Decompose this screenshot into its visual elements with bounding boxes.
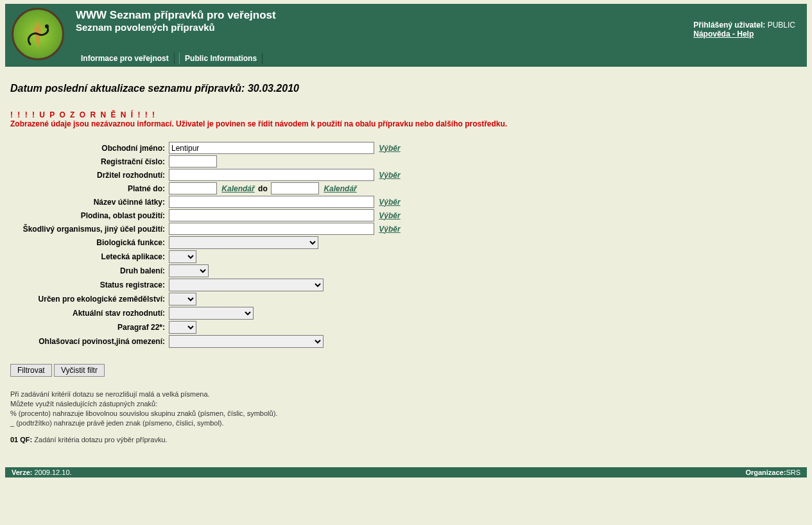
input-platne-do-to[interactable] <box>271 182 319 194</box>
label-skodlivy: Škodlivý organismus, jiný účel použití: <box>10 222 168 236</box>
nav-public-info-en[interactable]: Public Informations <box>179 53 263 64</box>
warning-text: Zobrazené údaje jsou nezávaznou informac… <box>10 119 802 128</box>
label-status: Status registrace: <box>10 278 168 292</box>
select-paragraf[interactable] <box>169 321 196 334</box>
select-balen[interactable] <box>169 264 209 277</box>
footer-org-label: Organizace: <box>745 469 786 476</box>
help-line-3: % (procento) nahrazuje libovolnou souvis… <box>10 409 802 418</box>
select-stav[interactable] <box>169 307 254 320</box>
agency-logo <box>12 8 64 60</box>
page-subtitle: Seznam povolených přípravků <box>12 22 800 33</box>
clear-filter-button[interactable]: Vyčistit filtr <box>54 364 105 377</box>
label-platne-do: Platné do: <box>10 182 168 195</box>
input-drzitel[interactable] <box>169 169 374 181</box>
label-paragraf: Paragraf 22*: <box>10 320 168 334</box>
input-nazev-latky[interactable] <box>169 196 374 208</box>
label-plodina: Plodina, oblast použití: <box>10 209 168 222</box>
vyber-plodina[interactable]: Výběr <box>379 211 400 220</box>
nav-public-info-cs[interactable]: Informace pro veřejnost <box>76 53 175 64</box>
qf-text: Zadání kritéria dotazu pro výběr příprav… <box>32 436 167 443</box>
label-letecka: Letecká aplikace: <box>10 250 168 264</box>
vyber-skodlivy[interactable]: Výběr <box>379 225 400 234</box>
select-letecka[interactable] <box>169 250 196 263</box>
page-title: WWW Seznam přípravků pro veřejnost <box>12 9 800 22</box>
wheat-snake-icon <box>19 15 57 53</box>
filter-form: Obchodní jméno: Výběr Registrační číslo:… <box>10 141 402 349</box>
vyber-nazev-latky[interactable]: Výběr <box>379 198 400 207</box>
label-eko: Určen pro ekologické zemědělství: <box>10 292 168 306</box>
filter-button[interactable]: Filtrovat <box>10 364 52 377</box>
qf-label: 01 QF: <box>10 436 32 443</box>
main-nav: Informace pro veřejnost Public Informati… <box>76 53 800 64</box>
logged-user-value: PUBLIC <box>768 21 795 30</box>
footer-version-value: 2009.12.10. <box>34 469 71 476</box>
kalendar-to[interactable]: Kalendář <box>324 184 356 193</box>
main-content: Datum poslední aktualizace seznamu přípr… <box>5 73 807 451</box>
input-skodlivy[interactable] <box>169 223 374 235</box>
vyber-obchodni-jmeno[interactable]: Výběr <box>379 144 400 153</box>
last-update-line: Datum poslední aktualizace seznamu přípr… <box>10 83 802 94</box>
select-eko[interactable] <box>169 293 196 306</box>
kalendar-from[interactable]: Kalendář <box>221 184 254 193</box>
footer-version-label: Verze: <box>12 469 34 476</box>
label-ohlasovaci: Ohlašovací povinost,jiná omezení: <box>10 334 168 349</box>
label-stav: Aktuální stav rozhodnutí: <box>10 306 168 320</box>
vyber-drzitel[interactable]: Výběr <box>379 171 400 180</box>
input-plodina[interactable] <box>169 209 374 221</box>
label-balen: Druh balení: <box>10 264 168 278</box>
label-drzitel: Držitel rozhodnutí: <box>10 168 168 182</box>
select-bio-funkce[interactable] <box>169 236 318 249</box>
label-registracni-cislo: Registrační číslo: <box>10 155 168 168</box>
footer-bar: Verze: 2009.12.10. Organizace:SRS <box>5 467 807 478</box>
warning-title: ! ! ! ! U P O Z O R N Ě N Í ! ! ! <box>10 110 802 119</box>
label-bio-funkce: Biologická funkce: <box>10 236 168 250</box>
help-line-4: _ (podtržítko) nahrazuje právě jeden zna… <box>10 418 802 428</box>
select-ohlasovaci[interactable] <box>169 335 324 348</box>
help-line-1: Při zadávání kritérií dotazu se nerozliš… <box>10 390 802 399</box>
help-link[interactable]: Nápověda - Help <box>693 30 754 39</box>
svg-point-0 <box>45 24 49 28</box>
help-text-block: Při zadávání kritérií dotazu se nerozliš… <box>10 390 802 445</box>
warning-block: ! ! ! ! U P O Z O R N Ě N Í ! ! ! Zobraz… <box>10 110 802 128</box>
date-separator: do <box>258 184 268 193</box>
input-platne-do-from[interactable] <box>169 182 217 194</box>
input-registracni-cislo[interactable] <box>169 155 217 168</box>
select-status[interactable] <box>169 279 324 291</box>
footer-org-value: SRS <box>786 469 800 476</box>
label-obchodni-jmeno: Obchodní jméno: <box>10 141 168 155</box>
app-header: WWW Seznam přípravků pro veřejnost Sezna… <box>5 4 807 67</box>
logged-user-label: Přihlášený uživatel: <box>693 21 765 30</box>
help-line-2: Můžete využít následujících zástupných z… <box>10 399 802 409</box>
label-nazev-latky: Název účinné látky: <box>10 195 168 209</box>
input-obchodni-jmeno[interactable] <box>169 142 374 154</box>
